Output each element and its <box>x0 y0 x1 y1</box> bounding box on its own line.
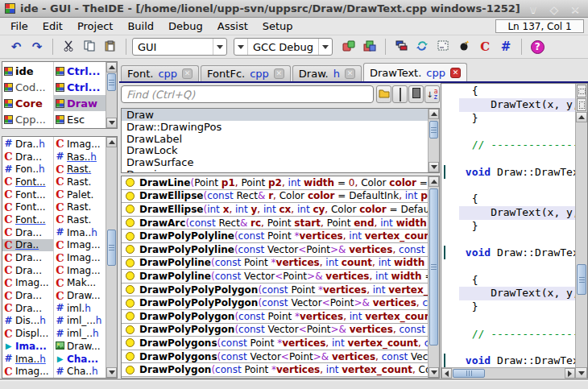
scroll-up-icon[interactable] <box>429 109 439 119</box>
scrollbar-thumb[interactable] <box>429 188 438 346</box>
function-item[interactable]: DrawPolyPolyline(const Vector<Point>& ve… <box>122 243 428 257</box>
tab-close-button[interactable]: ✕ <box>450 68 461 78</box>
file-item[interactable]: CDraw... <box>54 289 106 302</box>
function-item[interactable]: DrawPolyPolyPolygon(const Point *vertice… <box>122 283 428 297</box>
function-item[interactable]: DrawPolyPolyPolygon(const Vector<Point>&… <box>122 296 428 310</box>
file-item[interactable]: #Dis...h <box>2 315 53 328</box>
suggestion-item[interactable]: Draw::DrawingPos <box>122 121 428 133</box>
package-item[interactable]: Ctrl... <box>54 79 106 95</box>
scroll-down-icon[interactable] <box>429 367 439 378</box>
menu-item-setup[interactable]: Setup <box>255 19 300 34</box>
maximize-button[interactable]: ◇ <box>546 2 562 15</box>
file-item[interactable]: CDra... <box>2 251 53 264</box>
menu-item-project[interactable]: Project <box>70 19 120 34</box>
file-item[interactable]: #Ras..h <box>54 151 106 163</box>
function-item[interactable]: DrawPolygon(const Point *vertices, int v… <box>122 363 428 377</box>
file-item[interactable]: CDra.. <box>2 239 53 252</box>
package-red-button[interactable] <box>339 37 358 56</box>
file-item[interactable]: #iml.h <box>54 302 106 315</box>
suggestion-item[interactable]: DrawLabel <box>122 133 428 145</box>
file-item[interactable]: CDra... <box>2 226 53 239</box>
file-item[interactable]: CRast. <box>54 163 106 176</box>
language-flags-button[interactable] <box>391 37 411 56</box>
file-item[interactable]: #Ima..h <box>54 226 106 239</box>
file-item[interactable]: CImag... <box>54 239 106 252</box>
file-item[interactable]: CFont... <box>2 188 53 201</box>
scroll-up-icon[interactable] <box>576 112 587 122</box>
chevron-down-icon[interactable] <box>213 39 226 55</box>
cut-button[interactable] <box>59 37 78 56</box>
function-item[interactable]: DrawPolyPolygon(const Point *vertices, i… <box>122 310 428 324</box>
suggestion-scrollbar[interactable] <box>428 109 439 172</box>
package-item[interactable]: Draw <box>54 95 106 111</box>
function-item[interactable]: DrawPolyPolygon(const Vector<Point>& ver… <box>122 324 428 337</box>
code-editor[interactable]: { DrawText(x, y, } // ------------------… <box>441 83 588 379</box>
tab-drawtext.cpp[interactable]: DrawText.cpp✕ <box>363 63 467 81</box>
redo-button[interactable]: ↷ <box>27 37 47 56</box>
suggestion-item[interactable]: Draw <box>122 109 428 121</box>
minimize-button[interactable]: ∨ <box>525 2 541 15</box>
function-item[interactable]: DrawEllipse(const Rect& r, Color color =… <box>122 190 428 204</box>
function-scrollbar[interactable] <box>428 176 439 378</box>
menu-item-debug[interactable]: Debug <box>161 19 210 34</box>
suggestion-item[interactable]: Drawing <box>122 168 428 173</box>
sort-az-button[interactable]: ↓az <box>424 85 440 103</box>
file-item[interactable]: CFont... <box>2 201 53 213</box>
split-horizontal-button[interactable] <box>577 85 586 97</box>
scroll-up-icon[interactable] <box>106 62 117 72</box>
file-button[interactable] <box>408 85 424 103</box>
file-item[interactable]: CRast. <box>54 213 106 226</box>
scrollbar-thumb[interactable] <box>577 264 586 295</box>
close-button[interactable]: × <box>567 2 583 15</box>
build-method-combo[interactable]: GCC Debug <box>234 38 333 56</box>
function-item[interactable]: DrawPolyline(const Vector<Point>& vertic… <box>122 270 428 283</box>
file-item[interactable]: CFont... <box>2 176 53 188</box>
file-item[interactable]: #Ima..h <box>2 353 53 366</box>
undo-button[interactable]: ↶ <box>6 37 26 56</box>
search-input[interactable] <box>121 85 374 103</box>
designer-button[interactable] <box>433 37 453 56</box>
file-item[interactable]: CDra... <box>2 289 53 302</box>
suggestion-item[interactable]: DrawSurface <box>122 156 428 168</box>
editor-vertical-scrollbar[interactable] <box>575 84 587 367</box>
scrollbar-thumb[interactable] <box>429 121 438 139</box>
file-item[interactable]: CRast. <box>54 201 106 213</box>
file-item[interactable]: CFont... <box>2 213 53 226</box>
package-item[interactable]: Cod... <box>2 79 53 95</box>
file-item[interactable]: CDispl... <box>2 327 53 340</box>
file-item[interactable]: Draw... <box>54 340 106 353</box>
package-button[interactable] <box>392 85 408 103</box>
file-list-scrollbar[interactable] <box>106 137 117 378</box>
scroll-down-icon[interactable] <box>575 367 587 379</box>
scrollbar-thumb[interactable] <box>107 73 116 91</box>
package-item[interactable]: Core <box>2 95 53 111</box>
sync-button[interactable] <box>412 37 432 56</box>
rescan-c-button[interactable]: C <box>475 37 495 56</box>
menu-item-file[interactable]: File <box>3 19 35 34</box>
file-item[interactable]: CDra... <box>2 264 53 277</box>
package-item[interactable]: Esc <box>54 111 106 127</box>
file-item[interactable]: CImag... <box>2 277 53 290</box>
file-item[interactable]: CRast. <box>54 176 106 188</box>
tab-close-button[interactable]: ✕ <box>345 68 355 79</box>
function-item[interactable]: DrawPolyline(const Point *vertices, int … <box>122 257 428 271</box>
suggestion-item[interactable]: DrawLock <box>122 144 428 156</box>
package-green-button[interactable] <box>360 37 379 56</box>
package-item[interactable]: Cpp... <box>2 111 53 127</box>
file-item[interactable]: CImag... <box>2 365 53 378</box>
file-item[interactable]: CDra... <box>2 302 53 315</box>
menu-item-build[interactable]: Build <box>120 19 161 34</box>
folder-button[interactable] <box>376 85 391 103</box>
function-item[interactable]: DrawArc(const Rect& rc, Point start, Poi… <box>122 217 428 230</box>
scroll-down-icon[interactable] <box>429 162 439 172</box>
file-item[interactable]: ▶Cha... <box>54 353 106 366</box>
scroll-down-icon[interactable] <box>106 367 117 378</box>
topics-hash-button[interactable]: # <box>496 37 516 56</box>
function-item[interactable]: DrawEllipse(int x, int y, int cx, int cy… <box>122 203 428 217</box>
scroll-left-icon[interactable] <box>441 368 452 379</box>
tab-fontfc.cpp[interactable]: FontFc.cpp✕ <box>201 65 291 81</box>
menu-item-assist[interactable]: Assist <box>210 19 255 34</box>
scroll-up-icon[interactable] <box>106 137 117 147</box>
tab-font.cpp[interactable]: Font.cpp✕ <box>121 65 199 81</box>
scroll-up-icon[interactable] <box>429 176 439 187</box>
